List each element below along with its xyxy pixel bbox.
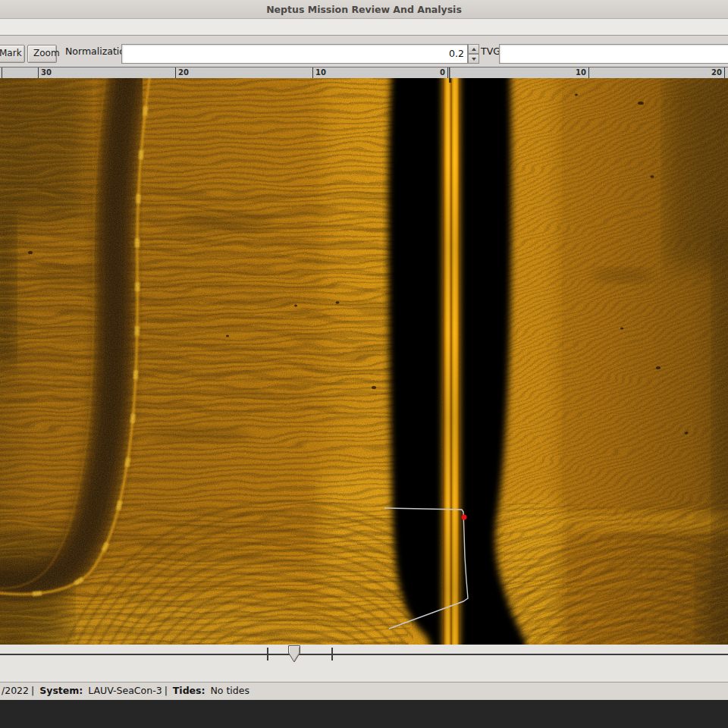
menu-strip [0,19,728,36]
current-position-marker[interactable] [462,515,467,520]
normalization-input[interactable]: 0.2 [121,44,468,64]
arrow-up-icon [472,48,476,51]
normalization-spinner [468,44,479,64]
window-title: Neptus Mission Review And Analysis [266,4,462,15]
desktop-background [0,700,728,728]
ruler-tick [312,67,313,78]
spinner-down-button[interactable] [468,54,479,64]
spinner-up-button[interactable] [468,44,479,54]
nadir-line [443,78,460,645]
status-tides-value: No tides [211,685,249,696]
sonar-waterfall-image[interactable] [0,78,728,645]
ruler-tick [724,67,725,78]
ruler-tick-label: 30 [41,68,52,77]
zoom-button[interactable]: Zoom [27,45,57,63]
timeline-track[interactable] [0,654,728,655]
ruler-tick-label: 20 [711,68,722,77]
speckle-noise-light [0,78,728,645]
ruler-tick-label: 10 [576,68,586,77]
ruler-tick [175,67,176,78]
sonar-viewer[interactable] [0,78,728,645]
tvg-label: TVG [481,36,500,67]
tvg-input[interactable] [499,44,728,64]
neptus-window: Neptus Mission Review And Analysis Mark … [0,0,728,728]
ruler-tick [447,67,448,78]
status-system-label: System: [39,685,83,696]
status-bar: /2022| System: LAUV-SeaCon-3| Tides: No … [0,682,728,700]
ruler-section-divider [449,67,450,78]
arrow-down-icon [472,58,476,61]
status-separator: | [165,685,168,696]
zero-tick-mark [449,78,451,83]
mission-timeline [0,645,728,682]
status-tides-label: Tides: [173,685,206,696]
ruler-tick [588,67,589,78]
mark-button[interactable]: Mark [0,45,25,63]
slider-thumb-icon [288,645,300,664]
ruler-tick-label: 20 [178,68,189,77]
timeline-tick [267,648,268,661]
status-separator: | [31,685,34,696]
ruler-tick-label: 10 [315,68,326,77]
ruler-tick [2,67,2,78]
toolbar: Mark Zoom Normalization 0.2 TVG [0,36,728,67]
timeline-slider-handle[interactable] [288,645,300,664]
ruler-tick-label: 0 [440,68,445,77]
status-date-fragment: /2022 [2,685,29,696]
range-ruler: 30201001020 [0,67,728,79]
title-bar: Neptus Mission Review And Analysis [0,0,728,19]
normalization-value: 0.2 [449,45,464,63]
timeline-tick [331,648,333,661]
status-system-value: LAUV-SeaCon-3 [88,685,162,696]
ruler-tick [38,67,39,78]
